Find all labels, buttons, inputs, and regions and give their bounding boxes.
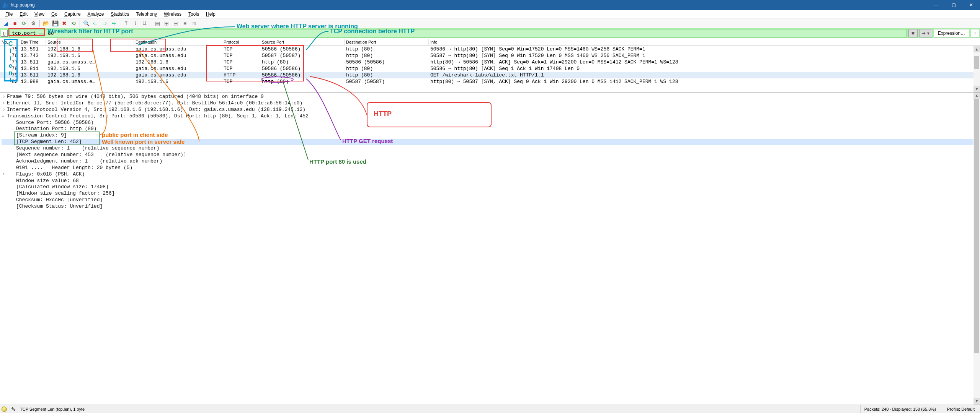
toolbar-enlarge[interactable]: ⊞ (162, 19, 171, 28)
detail-line[interactable]: Source Port: 50586 (50586) (2, 120, 980, 126)
table-row[interactable]: 7713.811gaia.cs.umass.e…192.168.1.6TCPht… (0, 59, 980, 65)
expert-info-icon[interactable] (2, 406, 7, 412)
window-title: http.pcapng (11, 2, 35, 8)
col-info[interactable]: Info (429, 39, 972, 45)
detail-line[interactable]: [TCP Segment Len: 452] (2, 139, 980, 145)
edit-comment-icon[interactable]: ✎ (10, 406, 17, 413)
packet-list: No. Day Time Source Destination Protocol… (0, 38, 980, 93)
detail-line[interactable]: [Calculated window size: 17408] (2, 184, 980, 190)
detail-line[interactable]: Window size value: 68 (2, 178, 980, 184)
toolbar: ◢ ■ ⟳ ⚙ 📂 💾 ✖ ⟲ 🔍 ⇐ ⇒ ↪ ⤒ ⤓ ⇊ ▤ ⊞ ⊟ ≡ ⎅ (0, 18, 980, 28)
menu-help[interactable]: Help (203, 11, 219, 18)
titlebar: http.pcapng — ▢ ✕ (0, 0, 980, 10)
status-profile[interactable]: Profile: Default (943, 405, 978, 413)
detail-line[interactable]: Ethernet II, Src: IntelCor_8c:ce:77 (5c:… (2, 100, 980, 107)
scroll-down-icon[interactable]: ▼ (973, 398, 980, 405)
table-row[interactable]: 7913.811192.168.1.6gaia.cs.umass.eduHTTP… (0, 72, 980, 78)
menubar: File Edit View Go Capture Analyze Statis… (0, 10, 980, 18)
table-row[interactable]: 7813.811192.168.1.6gaia.cs.umass.eduTCP5… (0, 65, 980, 72)
toolbar-restart[interactable]: ⟳ (20, 19, 28, 28)
packet-list-body[interactable]: 7513.591192.168.1.6gaia.cs.umass.eduTCP5… (0, 46, 980, 85)
detail-line[interactable]: Transmission Control Protocol, Src Port:… (2, 113, 980, 120)
toolbar-save[interactable]: 💾 (51, 19, 59, 28)
toolbar-open[interactable]: 📂 (42, 19, 50, 28)
details-scrollbar[interactable]: ▲ ▼ (973, 93, 980, 405)
menu-edit[interactable]: Edit (16, 11, 31, 18)
detail-line[interactable]: Internet Protocol Version 4, Src: 192.16… (2, 107, 980, 113)
packet-list-scrollbar[interactable]: ▲ ▼ (973, 46, 980, 92)
toolbar-start-capture[interactable]: ◢ (2, 19, 10, 28)
col-dport[interactable]: Destination Port (345, 39, 429, 45)
toolbar-shrink[interactable]: ⊟ (172, 19, 180, 28)
packet-details[interactable]: Frame 79: 506 bytes on wire (4048 bits),… (0, 93, 980, 405)
maximize-button[interactable]: ▢ (945, 0, 962, 10)
status-packets: Packets: 240 · Displayed: 158 (65.8%) (860, 405, 940, 413)
detail-line[interactable]: Sequence number: 1 (relative sequence nu… (2, 145, 980, 152)
toolbar-colorize[interactable]: ▤ (153, 19, 162, 28)
statusbar: ✎ TCP Segment Len (tcp.len), 1 byte Pack… (0, 405, 980, 413)
detail-line[interactable]: Checksum: 0xcc0c [unverified] (2, 197, 980, 203)
filter-clear-button[interactable]: ✖ (908, 29, 918, 37)
filter-bookmark-icon[interactable]: ▯ (1, 30, 8, 37)
toolbar-stop-capture[interactable]: ■ (11, 19, 19, 28)
menu-statistics[interactable]: Statistics (108, 11, 132, 18)
detail-line[interactable]: Acknowledgment number: 1 (relative ack n… (2, 158, 980, 165)
toolbar-auto-scroll[interactable]: ⇊ (140, 19, 149, 28)
table-row[interactable]: 7513.591192.168.1.6gaia.cs.umass.eduTCP5… (0, 46, 980, 52)
col-no[interactable]: No. (0, 39, 19, 45)
close-button[interactable]: ✕ (962, 0, 980, 10)
menu-wireless[interactable]: Wireless (161, 11, 185, 18)
detail-line[interactable]: Frame 79: 506 bytes on wire (4048 bits),… (2, 94, 980, 100)
detail-line[interactable]: [Stream index: 9] (2, 132, 980, 139)
toolbar-last[interactable]: ⤓ (131, 19, 140, 28)
menu-tools[interactable]: Tools (185, 11, 202, 18)
toolbar-next[interactable]: ⇒ (100, 19, 109, 28)
col-source[interactable]: Source (46, 39, 134, 45)
filter-apply-button[interactable]: ➔ ▾ (919, 29, 932, 37)
app-icon (2, 2, 8, 8)
display-filter-input[interactable] (9, 29, 907, 37)
filter-bar: ▯ ✖ ➔ ▾ Expression… ＋ (0, 28, 980, 38)
detail-line[interactable]: [Checksum Status: Unverified] (2, 203, 980, 210)
status-field-text: TCP Segment Len (tcp.len), 1 byte (20, 407, 85, 411)
toolbar-resize-cols[interactable]: ⎅ (190, 19, 198, 28)
menu-telephony[interactable]: Telephony (133, 11, 160, 18)
menu-analyze[interactable]: Analyze (85, 11, 107, 18)
menu-capture[interactable]: Capture (61, 11, 84, 18)
detail-line[interactable]: 0101 .... = Header Length: 20 bytes (5) (2, 165, 980, 171)
toolbar-reload[interactable]: ⟲ (69, 19, 78, 28)
toolbar-options[interactable]: ⚙ (29, 19, 38, 28)
col-dest[interactable]: Destination (134, 39, 222, 45)
toolbar-close[interactable]: ✖ (60, 19, 69, 28)
filter-expression-button[interactable]: Expression… (934, 29, 969, 37)
menu-go[interactable]: Go (48, 11, 60, 18)
col-time[interactable]: Day Time (19, 39, 46, 45)
scroll-thumb[interactable] (974, 99, 979, 353)
minimize-button[interactable]: — (927, 0, 945, 10)
toolbar-first[interactable]: ⤒ (122, 19, 131, 28)
detail-line[interactable]: [Next sequence number: 453 (relative seq… (2, 152, 980, 158)
toolbar-prev[interactable]: ⇐ (91, 19, 100, 28)
scroll-up-icon[interactable]: ▲ (973, 93, 980, 99)
toolbar-goto[interactable]: ↪ (109, 19, 118, 28)
col-sport[interactable]: Source Port (260, 39, 345, 45)
scroll-thumb[interactable] (974, 56, 979, 69)
table-row[interactable]: 8213.988gaia.cs.umass.e…192.168.1.6TCPht… (0, 78, 980, 85)
detail-line[interactable]: [Window size scaling factor: 256] (2, 190, 980, 197)
col-proto[interactable]: Protocol (222, 39, 260, 45)
scroll-up-icon[interactable]: ▲ (973, 46, 980, 52)
toolbar-find[interactable]: 🔍 (82, 19, 90, 28)
packet-list-header[interactable]: No. Day Time Source Destination Protocol… (0, 38, 980, 46)
filter-add-button[interactable]: ＋ (971, 29, 979, 37)
menu-file[interactable]: File (2, 11, 16, 18)
detail-line[interactable]: Destination Port: http (80) (2, 126, 980, 132)
scroll-down-icon[interactable]: ▼ (973, 86, 980, 92)
menu-view[interactable]: View (31, 11, 47, 18)
table-row[interactable]: 7613.743192.168.1.6gaia.cs.umass.eduTCP5… (0, 52, 980, 59)
toolbar-reset-zoom[interactable]: ≡ (181, 19, 189, 28)
detail-line[interactable]: Flags: 0x018 (PSH, ACK) (2, 171, 980, 178)
